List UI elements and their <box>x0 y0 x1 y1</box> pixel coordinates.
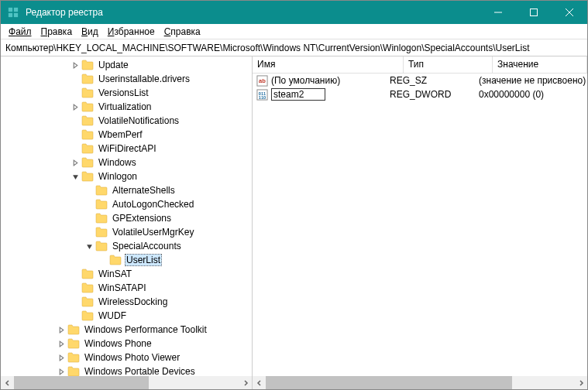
tree-item[interactable]: VolatileNotifications <box>1 114 252 128</box>
tree-label: WiFiDirectAPI <box>97 143 158 154</box>
minimize-button[interactable] <box>480 1 516 24</box>
window-title: Редактор реестра <box>26 7 480 18</box>
value-name: (По умолчанию) <box>271 75 340 86</box>
folder-icon <box>81 282 94 293</box>
tree-label: Winlogon <box>97 171 139 182</box>
maximize-button[interactable] <box>516 1 552 24</box>
folder-icon <box>67 324 80 335</box>
tree-item[interactable]: Winlogon <box>1 169 252 183</box>
tree-item[interactable]: AutoLogonChecked <box>1 197 252 211</box>
tree-item[interactable]: GPExtensions <box>1 211 252 225</box>
tree-label: Windows Photo Viewer <box>83 352 181 363</box>
scroll-thumb[interactable] <box>14 376 149 389</box>
column-name[interactable]: Имя <box>253 56 404 73</box>
expander-icon[interactable] <box>70 130 80 139</box>
tree-item[interactable]: VolatileUserMgrKey <box>1 225 252 239</box>
menu-edit[interactable]: Правка <box>36 25 77 39</box>
expander-icon[interactable] <box>70 116 80 125</box>
scroll-thumb[interactable] <box>266 376 512 389</box>
expander-icon[interactable] <box>84 200 94 209</box>
expander-icon[interactable] <box>70 283 80 292</box>
svg-rect-0 <box>9 8 12 12</box>
tree-item[interactable]: VersionsList <box>1 86 252 100</box>
tree-item[interactable]: Userinstallable.drivers <box>1 72 252 86</box>
expander-icon[interactable] <box>57 367 66 376</box>
tree-item[interactable]: WbemPerf <box>1 128 252 142</box>
tree-item[interactable]: Windows Portable Devices <box>1 364 252 376</box>
expander-icon[interactable] <box>70 60 80 70</box>
app-icon <box>7 6 19 19</box>
tree-item[interactable]: WUDF <box>1 309 252 323</box>
value-data: 0x00000000 (0) <box>474 89 587 100</box>
menu-file[interactable]: Файл <box>4 25 36 39</box>
scroll-right-button[interactable] <box>239 376 252 389</box>
value-name-edit[interactable] <box>271 88 325 101</box>
folder-icon <box>81 115 94 126</box>
expander-icon[interactable] <box>70 297 80 306</box>
folder-icon <box>81 101 94 112</box>
expander-icon[interactable] <box>70 172 80 181</box>
folder-icon <box>81 87 94 98</box>
tree-item[interactable]: WirelessDocking <box>1 295 252 309</box>
tree-item[interactable]: AlternateShells <box>1 183 252 197</box>
tree-label: Virtualization <box>97 101 153 112</box>
close-button[interactable] <box>552 1 587 24</box>
svg-rect-5 <box>531 9 538 16</box>
tree-item[interactable]: Windows Performance Toolkit <box>1 323 252 337</box>
expander-icon[interactable] <box>70 311 80 320</box>
tree-label: WinSATAPI <box>97 282 148 293</box>
expander-icon[interactable] <box>84 186 94 195</box>
tree-item[interactable]: Update <box>1 58 252 72</box>
column-type[interactable]: Тип <box>404 56 493 73</box>
tree-item[interactable]: Windows Phone <box>1 337 252 351</box>
tree-item[interactable]: SpecialAccounts <box>1 239 252 253</box>
tree-label: VersionsList <box>97 87 150 98</box>
expander-icon[interactable] <box>57 353 66 362</box>
expander-icon[interactable] <box>84 241 94 251</box>
expander-icon[interactable] <box>70 102 80 111</box>
menu-favorites[interactable]: Избранное <box>103 25 160 39</box>
tree-item[interactable]: Windows <box>1 156 252 169</box>
menubar: Файл Правка Вид Избранное Справка <box>1 24 587 39</box>
tree-label: SpecialAccounts <box>111 241 183 251</box>
list-pane: Имя Тип Значение ab(По умолчанию)REG_SZ(… <box>253 56 587 389</box>
tree-label: AlternateShells <box>111 185 177 196</box>
svg-rect-1 <box>14 8 18 12</box>
scroll-left-button[interactable] <box>1 376 14 389</box>
expander-icon[interactable] <box>84 214 94 223</box>
tree-label: VolatileUserMgrKey <box>111 227 195 238</box>
folder-icon <box>81 310 94 321</box>
expander-icon[interactable] <box>84 228 94 237</box>
folder-icon <box>81 296 94 307</box>
expander-icon[interactable] <box>70 158 80 167</box>
address-bar[interactable]: Компьютер\HKEY_LOCAL_MACHINE\SOFTWARE\Mi… <box>1 39 587 56</box>
menu-view[interactable]: Вид <box>77 25 103 39</box>
expander-icon[interactable] <box>70 88 80 98</box>
expander-icon[interactable] <box>70 144 80 153</box>
folder-icon <box>67 366 80 376</box>
tree-item[interactable]: Windows Photo Viewer <box>1 351 252 364</box>
tree-item[interactable]: WiFiDirectAPI <box>1 142 252 156</box>
expander-icon[interactable] <box>70 269 80 279</box>
tree-item[interactable]: WinSATAPI <box>1 281 252 295</box>
tree-label: WirelessDocking <box>97 296 169 307</box>
dword-value-icon: 011110 <box>256 88 268 101</box>
tree-label: WinSAT <box>97 269 133 279</box>
expander-icon[interactable] <box>57 339 66 348</box>
expander-icon[interactable] <box>98 255 108 265</box>
tree-item[interactable]: WinSAT <box>1 267 252 281</box>
tree-label: Windows Phone <box>83 338 153 349</box>
menu-help[interactable]: Справка <box>160 25 205 39</box>
tree-item[interactable]: UserList <box>1 253 252 267</box>
list-row[interactable]: ab(По умолчанию)REG_SZ(значение не присв… <box>253 74 587 87</box>
list-row[interactable]: 011110REG_DWORD0x00000000 (0) <box>253 87 587 101</box>
scroll-right-button[interactable] <box>574 376 587 389</box>
scroll-left-button[interactable] <box>253 376 266 389</box>
expander-icon[interactable] <box>70 74 80 84</box>
tree-hscrollbar[interactable] <box>1 376 252 389</box>
column-value[interactable]: Значение <box>493 56 587 73</box>
tree-item[interactable]: Virtualization <box>1 100 252 114</box>
list-hscrollbar[interactable] <box>253 376 587 389</box>
expander-icon[interactable] <box>57 325 66 334</box>
string-value-icon: ab <box>256 74 268 87</box>
